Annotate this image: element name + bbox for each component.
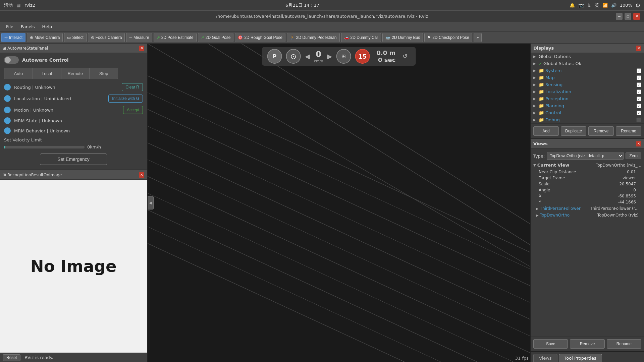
maximize-button[interactable]: □ [625,13,631,20]
menu-help[interactable]: Help [39,23,56,30]
autoware-panel-close[interactable]: ✕ [139,46,144,51]
interact-icon: ⊹ [4,35,8,40]
tree-control[interactable]: ▶ 📁 Control [531,109,644,116]
target-frame-row: Target Frame viewer [533,175,641,181]
views-close[interactable]: ✕ [636,141,641,146]
planning-checkbox[interactable] [637,104,641,108]
steering-button[interactable]: ⊙ [286,49,301,64]
rename-view-button[interactable]: Rename [607,339,641,349]
clear-route-button[interactable]: Clear R [122,83,143,91]
power-icon[interactable]: ⏻ [636,3,640,8]
remove-view-button[interactable]: Remove [570,339,604,349]
notification-icon[interactable]: 🔔 [570,3,575,8]
close-button[interactable]: ✕ [633,13,640,20]
gear-mode-button[interactable]: P [267,49,282,64]
arrow-icon: ▶ [533,55,537,58]
accept-button[interactable]: Accept [123,106,143,114]
prev-arrow-button[interactable]: ◀ [305,52,310,60]
refresh-button[interactable]: ↺ [399,51,410,62]
tree-planning[interactable]: ▶ 📁 Planning [531,102,644,109]
left-panel: ⊞ AutowareStatePanel ✕ Autoware Control … [0,44,148,362]
accessibility-icon[interactable]: ♿ [587,3,591,8]
tree-debug[interactable]: ▶ 📁 Debug [531,116,644,123]
dummy-bus-button[interactable]: 🚌 2D Dummy Bus [382,33,423,42]
mode-stop-button[interactable]: Stop [90,68,118,79]
tree-sensing[interactable]: ▶ 📁 Sensing [531,81,644,88]
rename-display-button[interactable]: Rename [616,126,641,136]
wifi-icon[interactable]: 📶 [602,3,608,8]
tree-global-options[interactable]: ▶ Global Options [531,53,644,60]
views-content: Type: TopDownOrtho (rviz_default_p Zero … [531,148,644,336]
mode-remote-button[interactable]: Remote [61,68,90,79]
near-clip-val: 0.01 [627,170,636,174]
no-image-text: No Image [30,257,116,276]
reset-button[interactable]: Reset [3,354,20,361]
localization-dot [4,95,11,102]
tree-map[interactable]: ▶ 📁 Map [531,74,644,81]
menu-panels[interactable]: Panels [17,23,38,30]
collapse-panel-button[interactable]: ◀ [148,196,154,209]
zero-button[interactable]: Zero [626,153,641,159]
focus-camera-button[interactable]: ⊙ Focus Camera [88,33,125,42]
velocity-label: Set Velocity Limit [4,137,143,142]
autoware-toggle[interactable] [4,56,19,64]
recognition-icon: ⊞ [3,173,6,177]
minimize-button[interactable]: ─ [616,13,623,20]
top-down-view-item[interactable]: ▶ TopDownOrtho TopDownOrtho (rviz) [531,212,644,219]
tree-perception[interactable]: ▶ 📁 Perception [531,95,644,102]
map-checkbox[interactable] [637,75,641,80]
debug-checkbox[interactable] [637,118,641,122]
goal-pose-button[interactable]: ↗ 2D Goal Pose [198,33,234,42]
right-panel: Displays ✕ ▶ Global Options ▶ ✓ Global S… [530,44,644,362]
third-person-view-item[interactable]: ▶ ThirdPersonFollower ThirdPersonFollowe… [531,205,644,212]
views-tab[interactable]: Views [533,354,557,362]
recognition-panel: ⊞ RecognitionResultOnImage ✕ No Image [0,170,147,353]
checkpoint-button[interactable]: ⚑ 2D Checkpoint Pose [424,33,472,42]
add-display-button[interactable]: Add [533,126,559,136]
initialize-button[interactable]: Initialize with G [108,95,143,103]
duplicate-display-button[interactable]: Duplicate [561,126,586,136]
tree-global-status[interactable]: ▶ ✓ Global Status: Ok [531,60,644,67]
measure-button[interactable]: ─ Measure [126,33,152,42]
volume-icon[interactable]: 🔊 [611,3,616,8]
save-view-button[interactable]: Save [533,339,568,349]
displays-header: Displays ✕ [531,44,644,53]
interact-button[interactable]: ⊹ Interact [1,33,25,42]
current-view-header[interactable]: ▼ Current View TopDownOrtho (rviz_... [533,161,641,169]
rough-goal-button[interactable]: 🎯 2D Rough Goal Pose [235,33,285,42]
folder-icon: 📁 [539,117,544,122]
recognition-panel-close[interactable]: ✕ [139,172,144,178]
screenshot-icon[interactable]: 📷 [578,3,584,8]
dummy-car-button[interactable]: 🚗 2D Dummy Car [341,33,381,42]
target-frame-key: Target Frame [539,176,623,180]
more-tools-button[interactable]: » [474,33,482,42]
dummy-pedestrian-button[interactable]: 🚶 2D Dummy Pedestrian [287,33,340,42]
arrow-icon: ▶ [533,118,537,122]
mode-local-button[interactable]: Local [33,68,61,79]
tree-system[interactable]: ▶ 📁 System [531,67,644,74]
center-viewport[interactable]: P ⊙ ◀ 0 km/h ▶ ⊞ 15 0.0 m 0 sec [148,44,530,362]
keyboard-layout[interactable]: 英 [595,2,599,8]
views-type-select[interactable]: TopDownOrtho (rviz_default_p [547,152,624,160]
tree-localization[interactable]: ▶ 📁 Localization [531,88,644,95]
remove-display-button[interactable]: Remove [588,126,614,136]
perception-checkbox[interactable] [637,97,641,101]
sensing-checkbox[interactable] [637,82,641,87]
displays-close[interactable]: ✕ [636,46,641,51]
tool-properties-tab[interactable]: Tool Properties [559,354,602,362]
select-button[interactable]: ▭ Select [64,33,86,42]
system-checkbox[interactable] [637,68,641,73]
bottom-tabs: Views Tool Properties [531,351,644,362]
emergency-button[interactable]: Set Emergency [40,154,107,165]
mode-auto-button[interactable]: Auto [4,68,33,79]
third-person-label: ThirdPersonFollower [540,206,581,211]
next-arrow-button[interactable]: ▶ [327,52,332,60]
activities-label[interactable]: 活动 [4,2,13,8]
move-camera-button[interactable]: ⊕ Move Camera [27,33,63,42]
menu-file[interactable]: File [3,23,17,30]
pose-estimate-button[interactable]: ↗ 2D Pose Estimate [154,33,197,42]
cv-arrow-icon: ▼ [533,163,536,167]
viewport-canvas[interactable]: P ⊙ ◀ 0 km/h ▶ ⊞ 15 0.0 m 0 sec [148,44,530,362]
localization-checkbox[interactable] [637,89,641,94]
control-checkbox[interactable] [637,111,641,115]
